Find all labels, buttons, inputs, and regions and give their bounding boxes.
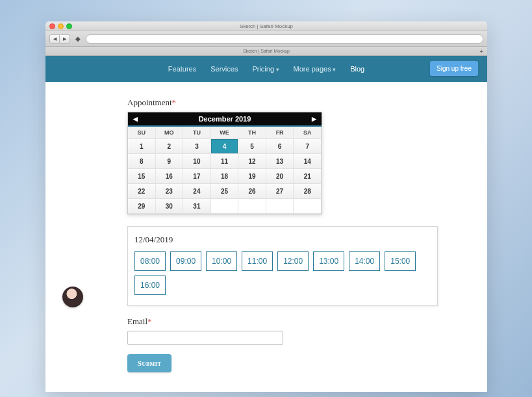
nav-more-pages[interactable]: More pages: [294, 65, 336, 73]
calendar-day[interactable]: 18: [211, 169, 239, 184]
calendar-day[interactable]: 27: [266, 184, 294, 199]
calendar-day[interactable]: 1: [128, 139, 156, 154]
url-bar[interactable]: [86, 34, 483, 44]
calendar-day[interactable]: 7: [294, 139, 322, 154]
calendar-dow: TH: [238, 127, 266, 139]
zoom-icon[interactable]: [66, 23, 72, 29]
calendar-dow: TU: [183, 127, 211, 139]
calendar-day[interactable]: 30: [156, 199, 184, 214]
form-area: Appointment* ◀ December 2019 ▶ SUMOTUWET…: [45, 82, 487, 392]
tab-title[interactable]: Sketch | Safari Mockup: [243, 49, 290, 53]
calendar-grid: SUMOTUWETHFRSA12345678910111213141516171…: [128, 127, 322, 214]
calendar-day[interactable]: 10: [183, 154, 211, 169]
calendar-dow: SA: [294, 127, 322, 139]
calendar-day[interactable]: 3: [183, 139, 211, 154]
calendar-day[interactable]: 31: [183, 199, 211, 214]
signup-button[interactable]: Sign up free: [430, 61, 478, 76]
timeslot-button[interactable]: 14:00: [349, 251, 380, 271]
calendar-day[interactable]: 26: [238, 184, 266, 199]
selected-date-label: 12/04/2019: [134, 235, 431, 245]
browser-toolbar: ◀ ▶ ◆: [45, 31, 487, 47]
browser-window: Sketch | Safari Mockup ◀ ▶ ◆ Sketch | Sa…: [45, 21, 487, 392]
timeslot-button[interactable]: 10:00: [206, 251, 237, 271]
appointment-label: Appointment*: [127, 97, 487, 108]
calendar-cell-empty: [238, 199, 266, 214]
timeslot-list: 08:0009:0010:0011:0012:0013:0014:0015:00…: [134, 251, 431, 295]
traffic-lights: [49, 23, 72, 29]
calendar-day[interactable]: 28: [294, 184, 322, 199]
calendar-day[interactable]: 15: [128, 169, 156, 184]
new-tab-button[interactable]: +: [479, 47, 483, 57]
bookmarks-icon[interactable]: ◆: [74, 35, 82, 42]
calendar-dow: WE: [211, 127, 239, 139]
avatar: [62, 287, 83, 307]
calendar-next-button[interactable]: ▶: [312, 116, 316, 122]
required-mark: *: [172, 97, 177, 107]
timeslot-button[interactable]: 13:00: [313, 251, 344, 271]
calendar-day[interactable]: 4: [211, 139, 239, 154]
timeslot-button[interactable]: 12:00: [277, 251, 309, 271]
window-titlebar: Sketch | Safari Mockup: [45, 21, 487, 31]
timeslot-button[interactable]: 15:00: [385, 251, 416, 271]
calendar-cell-empty: [266, 199, 294, 214]
nav-buttons: ◀ ▶: [49, 34, 70, 44]
timeslot-button[interactable]: 11:00: [242, 251, 273, 271]
minimize-icon[interactable]: [58, 23, 64, 29]
calendar-day[interactable]: 23: [156, 184, 184, 199]
forward-button[interactable]: ▶: [60, 34, 70, 44]
calendar-day[interactable]: 17: [183, 169, 211, 184]
tab-bar: Sketch | Safari Mockup +: [45, 47, 487, 56]
timeslot-panel: 12/04/2019 08:0009:0010:0011:0012:0013:0…: [127, 226, 438, 306]
site-header: Features Services Pricing More pages Blo…: [45, 56, 487, 82]
timeslot-button[interactable]: 09:00: [170, 251, 201, 271]
calendar-day[interactable]: 20: [266, 169, 294, 184]
nav-pricing[interactable]: Pricing: [252, 65, 279, 73]
back-button[interactable]: ◀: [49, 34, 60, 44]
calendar-day[interactable]: 13: [266, 154, 294, 169]
calendar-cell-empty: [294, 199, 322, 214]
calendar-day[interactable]: 24: [183, 184, 211, 199]
calendar-month-label: December 2019: [199, 115, 251, 123]
main-nav: Features Services Pricing More pages Blo…: [168, 65, 364, 73]
nav-blog[interactable]: Blog: [350, 65, 364, 73]
nav-features[interactable]: Features: [168, 65, 196, 73]
calendar-dow: SU: [128, 127, 156, 139]
window-title: Sketch | Safari Mockup: [240, 23, 293, 29]
calendar-day[interactable]: 25: [211, 184, 239, 199]
calendar-day[interactable]: 2: [156, 139, 184, 154]
timeslot-button[interactable]: 08:00: [134, 251, 166, 271]
email-field[interactable]: [127, 331, 283, 345]
calendar-day[interactable]: 12: [238, 154, 266, 169]
nav-services[interactable]: Services: [210, 65, 238, 73]
calendar: ◀ December 2019 ▶ SUMOTUWETHFRSA12345678…: [127, 112, 322, 214]
required-mark: *: [147, 316, 152, 326]
calendar-day[interactable]: 16: [156, 169, 184, 184]
calendar-day[interactable]: 19: [238, 169, 266, 184]
calendar-day[interactable]: 14: [294, 154, 322, 169]
email-group: Email*: [127, 316, 487, 345]
calendar-dow: FR: [266, 127, 294, 139]
calendar-header: ◀ December 2019 ▶: [128, 112, 322, 127]
calendar-cell-empty: [211, 199, 239, 214]
calendar-day[interactable]: 6: [266, 139, 294, 154]
calendar-day[interactable]: 5: [238, 139, 266, 154]
calendar-day[interactable]: 8: [128, 154, 156, 169]
calendar-dow: MO: [156, 127, 184, 139]
close-icon[interactable]: [49, 23, 55, 29]
page-content: Features Services Pricing More pages Blo…: [45, 56, 487, 392]
calendar-prev-button[interactable]: ◀: [133, 116, 138, 122]
calendar-day[interactable]: 11: [211, 154, 239, 169]
calendar-day[interactable]: 21: [294, 169, 322, 184]
calendar-day[interactable]: 22: [128, 184, 156, 199]
email-label: Email*: [127, 316, 487, 327]
appointment-label-text: Appointment: [127, 97, 172, 107]
submit-button[interactable]: Submit: [127, 354, 171, 372]
calendar-day[interactable]: 9: [156, 154, 184, 169]
email-label-text: Email: [127, 316, 147, 326]
timeslot-button[interactable]: 16:00: [134, 275, 166, 295]
calendar-day[interactable]: 29: [128, 199, 156, 214]
